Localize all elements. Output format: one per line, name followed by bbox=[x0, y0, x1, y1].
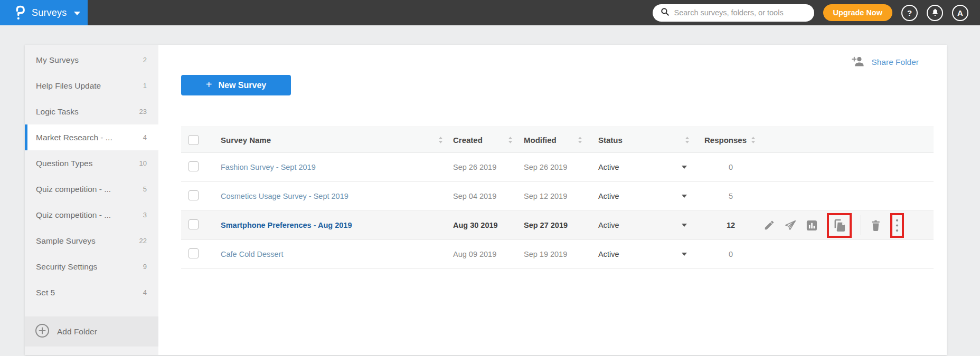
folder-label: Question Types bbox=[36, 159, 92, 168]
upgrade-now-button[interactable]: Upgrade Now bbox=[823, 4, 892, 21]
folder-count-badge: 3 bbox=[143, 211, 147, 219]
search-icon bbox=[660, 7, 670, 18]
global-search bbox=[653, 4, 814, 22]
table-row: Fashion Survey - Sept 2019 Sep 26 2019 S… bbox=[181, 153, 934, 182]
copy-icon[interactable] bbox=[833, 218, 846, 233]
folder-count-badge: 23 bbox=[139, 108, 147, 116]
col-survey-name: Survey Name bbox=[221, 136, 271, 145]
folder-label: Set 5 bbox=[36, 288, 55, 297]
proprofs-logo-icon bbox=[14, 5, 26, 21]
share-folder-label: Share Folder bbox=[871, 57, 919, 67]
sidebar-folder-item[interactable]: Help Files Update 1 bbox=[25, 73, 158, 99]
surveys-table: Survey Name Created Modified bbox=[181, 127, 934, 269]
table-row: Smartphone Preferences - Aug 2019 Aug 30… bbox=[181, 211, 934, 240]
sidebar-folder-item[interactable]: Question Types 10 bbox=[25, 150, 158, 176]
responses-count: 0 bbox=[704, 163, 757, 171]
responses-count: 12 bbox=[704, 221, 757, 229]
created-date: Sep 04 2019 bbox=[450, 192, 522, 200]
help-button[interactable]: ? bbox=[901, 5, 918, 21]
status-dropdown[interactable]: Active bbox=[596, 192, 687, 200]
main-panel: Share Folder + New Survey Survey Name Cr… bbox=[158, 45, 947, 355]
top-bar: Surveys Upgrade Now ? A bbox=[0, 0, 980, 25]
sidebar-folder-item[interactable]: Logic Tasks 23 bbox=[25, 99, 158, 124]
sidebar-folder-item[interactable]: Sample Surveys 22 bbox=[25, 228, 158, 254]
reports-icon[interactable] bbox=[806, 219, 818, 232]
sidebar-folder-item[interactable]: Security Settings 9 bbox=[25, 254, 158, 280]
select-all-checkbox[interactable] bbox=[189, 135, 199, 145]
chevron-down-icon bbox=[682, 166, 687, 169]
sidebar-folder-item[interactable]: Market Research - ... 4 bbox=[25, 124, 158, 150]
created-date: Aug 30 2019 bbox=[450, 221, 522, 229]
chevron-down-icon bbox=[74, 12, 80, 15]
row-checkbox[interactable] bbox=[189, 190, 199, 200]
folders-sidebar: My Surveys 2 Help Files Update 1 Logic T… bbox=[25, 45, 158, 355]
add-folder-label: Add Folder bbox=[57, 327, 97, 336]
copy-annotation-box bbox=[827, 213, 852, 238]
folder-label: Security Settings bbox=[36, 262, 97, 272]
sort-icon[interactable] bbox=[685, 137, 690, 143]
status-dropdown[interactable]: Active bbox=[596, 221, 687, 229]
survey-name-link[interactable]: Smartphone Preferences - Aug 2019 bbox=[221, 221, 352, 229]
sort-icon[interactable] bbox=[578, 137, 582, 143]
sort-icon[interactable] bbox=[508, 137, 513, 143]
row-checkbox[interactable] bbox=[189, 248, 199, 258]
folder-label: Quiz competition - ... bbox=[36, 210, 111, 220]
add-folder-icon bbox=[35, 323, 50, 340]
folder-count-badge: 1 bbox=[143, 82, 147, 90]
folder-count-badge: 4 bbox=[143, 133, 147, 141]
status-value: Active bbox=[598, 250, 619, 258]
table-row: Cosmetics Usage Survey - Sept 2019 Sep 0… bbox=[181, 182, 934, 211]
folder-label: Quiz competition - ... bbox=[36, 185, 111, 194]
table-body: Fashion Survey - Sept 2019 Sep 26 2019 S… bbox=[181, 153, 934, 269]
add-person-icon bbox=[852, 56, 865, 69]
delete-icon[interactable] bbox=[870, 219, 881, 232]
col-responses: Responses bbox=[704, 136, 747, 145]
sidebar-list: My Surveys 2 Help Files Update 1 Logic T… bbox=[25, 45, 158, 305]
product-switcher[interactable]: Surveys bbox=[0, 0, 88, 25]
chevron-down-icon bbox=[682, 253, 687, 256]
sidebar-folder-item[interactable]: Quiz competition - ... 3 bbox=[25, 202, 158, 228]
survey-name-link[interactable]: Cosmetics Usage Survey - Sept 2019 bbox=[221, 192, 348, 200]
modified-date: Sep 19 2019 bbox=[522, 250, 596, 258]
table-row: Cafe Cold Dessert Aug 09 2019 Sep 19 201… bbox=[181, 240, 934, 269]
share-folder-link[interactable]: Share Folder bbox=[852, 56, 919, 69]
status-dropdown[interactable]: Active bbox=[596, 163, 687, 171]
survey-name-link[interactable]: Cafe Cold Dessert bbox=[221, 250, 283, 258]
send-icon[interactable] bbox=[784, 219, 797, 231]
folder-count-badge: 4 bbox=[143, 288, 147, 296]
modified-date: Sep 26 2019 bbox=[522, 163, 596, 171]
row-checkbox[interactable] bbox=[189, 219, 199, 229]
chevron-down-icon bbox=[682, 224, 687, 227]
created-date: Aug 09 2019 bbox=[450, 250, 522, 258]
sort-icon[interactable] bbox=[751, 137, 756, 143]
app-name: Surveys bbox=[32, 7, 67, 18]
col-modified: Modified bbox=[524, 136, 557, 145]
modified-date: Sep 27 2019 bbox=[522, 221, 596, 229]
status-value: Active bbox=[598, 192, 619, 200]
more-annotation-box bbox=[890, 213, 904, 238]
survey-name-link[interactable]: Fashion Survey - Sept 2019 bbox=[221, 163, 316, 171]
add-folder-button[interactable]: Add Folder bbox=[25, 316, 158, 347]
notifications-button[interactable] bbox=[927, 5, 943, 21]
row-checkbox[interactable] bbox=[189, 161, 199, 171]
more-options-icon[interactable] bbox=[895, 218, 899, 233]
sidebar-folder-item[interactable]: Quiz competition - ... 5 bbox=[25, 176, 158, 202]
sort-icon[interactable] bbox=[438, 137, 443, 143]
col-created: Created bbox=[453, 136, 483, 145]
folder-label: My Surveys bbox=[36, 55, 79, 65]
responses-count: 5 bbox=[704, 192, 757, 200]
search-input[interactable] bbox=[674, 8, 807, 17]
sidebar-folder-item[interactable]: Set 5 4 bbox=[25, 280, 158, 305]
folder-label: Help Files Update bbox=[36, 81, 101, 91]
edit-icon[interactable] bbox=[764, 219, 775, 231]
avatar[interactable]: A bbox=[952, 5, 968, 21]
folder-count-badge: 5 bbox=[143, 185, 147, 193]
new-survey-button[interactable]: + New Survey bbox=[181, 75, 291, 95]
folder-label: Sample Surveys bbox=[36, 236, 96, 246]
status-dropdown[interactable]: Active bbox=[596, 250, 687, 258]
created-date: Sep 26 2019 bbox=[450, 163, 522, 171]
folder-count-badge: 2 bbox=[143, 56, 147, 64]
folder-label: Logic Tasks bbox=[36, 107, 79, 117]
sidebar-folder-item[interactable]: My Surveys 2 bbox=[25, 47, 158, 73]
content-card: My Surveys 2 Help Files Update 1 Logic T… bbox=[25, 45, 947, 355]
